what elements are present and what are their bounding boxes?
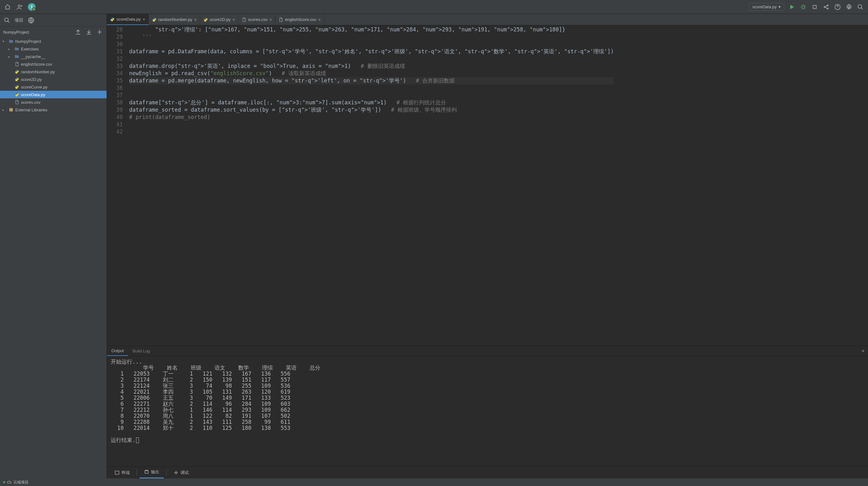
file-icon <box>14 100 20 104</box>
output-content[interactable]: 开始运行... 学号 姓名 班级 语文 数学 理综 英语 总分 1 22053 … <box>107 356 868 466</box>
close-icon[interactable]: × <box>194 17 197 22</box>
svg-point-0 <box>18 5 20 7</box>
project-sidebar: 项目 NumpyProject ▾NumpyProject▸Exerc <box>0 14 107 478</box>
build-log-tab[interactable]: Build Log <box>128 346 154 356</box>
editor-tab-englishscore-csv[interactable]: englishScore.csv× <box>275 14 324 25</box>
tree-item-scores-csv[interactable]: scores.csv <box>0 98 106 106</box>
svg-point-1 <box>802 5 805 8</box>
share-icon[interactable] <box>822 3 830 11</box>
settings-icon[interactable] <box>845 3 853 11</box>
project-row: NumpyProject <box>0 27 106 37</box>
svg-point-5 <box>827 8 828 9</box>
chevron-icon: ▸ <box>3 108 7 112</box>
close-icon[interactable]: ✕ <box>861 348 865 354</box>
tree-item-label: External Libraries <box>15 108 47 112</box>
add-user-icon[interactable] <box>16 3 24 11</box>
avatar[interactable]: 1 <box>28 3 35 11</box>
output-tab[interactable]: Output <box>107 346 128 356</box>
add-icon[interactable] <box>96 28 103 36</box>
divider <box>166 469 166 476</box>
download-icon[interactable] <box>85 28 93 36</box>
sidebar-header: 项目 <box>0 14 106 27</box>
tab-label: englishScore.csv <box>285 17 316 22</box>
line-gutter: 282930313233343536373839404142 <box>107 25 129 346</box>
tree-item-numpyproject[interactable]: ▾NumpyProject <box>0 37 106 45</box>
cloud-icon <box>7 480 11 484</box>
close-icon[interactable]: × <box>143 17 145 22</box>
svg-rect-12 <box>145 471 149 473</box>
home-icon[interactable] <box>4 3 11 11</box>
run-configuration-selector[interactable]: scoreData.py ▾ <box>749 3 784 11</box>
title-bar: 1 scoreData.py ▾ <box>0 0 868 14</box>
tree-item-label: score2D.py <box>21 77 42 82</box>
library-icon <box>8 107 14 112</box>
tree-item-score2d-py[interactable]: score2D.py <box>0 75 106 83</box>
editor-tabs: scoreData.py×randomNumber.py×score2D.py×… <box>107 14 868 25</box>
tree-item-label: Exercises <box>21 47 39 51</box>
close-icon[interactable]: × <box>232 17 235 22</box>
tree-item-label: randomNumber.py <box>21 69 55 74</box>
file-tree[interactable]: ▾NumpyProject▸Exercises▸__pycache__engli… <box>0 37 106 478</box>
tree-item-exercises[interactable]: ▸Exercises <box>0 45 106 53</box>
tree-item-label: scoreCurve.py <box>21 85 48 89</box>
code-editor[interactable]: 282930313233343536373839404142 "str-q">'… <box>107 25 868 346</box>
tab-label: randomNumber.py <box>158 17 192 22</box>
editor-tab-scores-csv[interactable]: scores.csv× <box>239 14 276 25</box>
run-config-label: scoreData.py <box>752 4 777 9</box>
tree-item-englishscore-csv[interactable]: englishScore.csv <box>0 60 106 68</box>
svg-point-3 <box>824 6 825 7</box>
file-icon <box>14 62 20 66</box>
svg-point-4 <box>827 5 828 6</box>
run-button[interactable] <box>788 3 796 11</box>
output-tabs: Output Build Log ✕ <box>107 346 868 356</box>
python-icon <box>14 92 20 97</box>
divider <box>137 469 137 476</box>
tree-item-randomnumber-py[interactable]: randomNumber.py <box>0 68 106 75</box>
tree-item-__pycache__[interactable]: ▸__pycache__ <box>0 53 106 60</box>
status-bar: 云端项目 <box>0 478 868 486</box>
tab-label: scores.csv <box>248 17 268 22</box>
folder-icon <box>14 46 20 51</box>
globe-icon[interactable] <box>27 17 35 24</box>
tree-item-external-libraries[interactable]: ▸External Libraries <box>0 106 106 114</box>
terminal-tab[interactable]: 终端 <box>110 467 134 478</box>
tree-item-label: scores.csv <box>21 100 40 105</box>
status-dot-icon <box>3 481 5 483</box>
python-icon <box>14 85 20 89</box>
svg-point-13 <box>175 472 177 473</box>
status-cloud-label: 云端项目 <box>13 480 29 485</box>
svg-rect-2 <box>813 5 816 8</box>
chevron-down-icon: ▾ <box>778 4 781 9</box>
svg-point-8 <box>858 4 862 8</box>
tree-item-scoredata-py[interactable]: scoreData.py <box>0 91 106 98</box>
close-icon[interactable]: × <box>269 17 272 22</box>
tree-item-label: __pycache__ <box>21 54 45 59</box>
editor-tab-score2d-py[interactable]: score2D.py× <box>200 14 239 25</box>
python-icon <box>14 69 20 74</box>
bottom-panel-tabs: 终端 输出 调试 <box>107 466 868 478</box>
chevron-icon: ▸ <box>8 55 13 58</box>
code-content[interactable]: "str-q">'理综': ["num">167, "num">151, "nu… <box>129 25 614 346</box>
output-panel: Output Build Log ✕ 开始运行... 学号 姓名 班级 语文 数… <box>107 346 868 466</box>
upload-icon[interactable] <box>74 28 82 36</box>
help-icon[interactable] <box>834 3 841 11</box>
tree-item-label: englishScore.csv <box>21 62 52 67</box>
sidebar-search-icon[interactable] <box>3 17 11 24</box>
output-bottom-tab[interactable]: 输出 <box>140 467 164 478</box>
svg-rect-11 <box>115 471 119 474</box>
chevron-icon: ▾ <box>3 40 7 43</box>
editor-tab-scoredata-py[interactable]: scoreData.py× <box>107 14 149 25</box>
project-label: 项目 <box>14 18 24 23</box>
tab-label: scoreData.py <box>117 17 141 22</box>
debug-button[interactable] <box>800 3 807 11</box>
close-icon[interactable]: × <box>318 17 321 22</box>
stop-button[interactable] <box>811 3 818 11</box>
chevron-icon: ▸ <box>8 47 13 51</box>
editor-tab-randomnumber-py[interactable]: randomNumber.py× <box>149 14 200 25</box>
debug-bottom-tab[interactable]: 调试 <box>169 467 193 478</box>
tree-item-label: NumpyProject <box>15 39 41 44</box>
tab-label: score2D.py <box>210 17 230 22</box>
search-icon[interactable] <box>857 3 864 11</box>
tree-item-scorecurve-py[interactable]: scoreCurve.py <box>0 83 106 91</box>
folder-icon <box>8 39 14 44</box>
